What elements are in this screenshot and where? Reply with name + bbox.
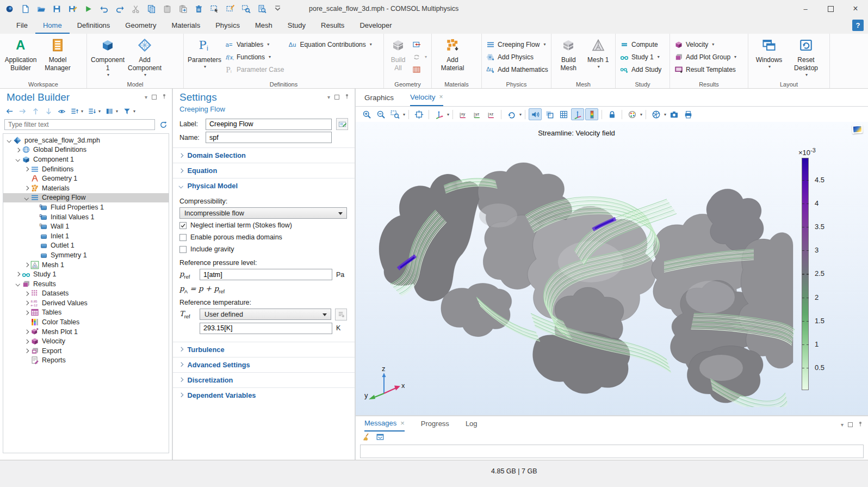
tree-item-tables[interactable]: Tables [3,308,169,318]
tree-item-datasets[interactable]: Datasets [3,289,169,299]
add-study-button[interactable]: Add Study [618,64,663,75]
build-mesh-button[interactable]: Build Mesh [554,36,583,79]
expander-icon[interactable] [14,273,22,276]
temperature-input[interactable] [200,323,332,334]
lock-button[interactable] [605,108,618,120]
paste-icon[interactable] [162,4,172,14]
tree-item-geometry-1[interactable]: Geometry 1 [3,174,169,183]
find-icon[interactable] [257,4,266,14]
view-axis-button[interactable] [432,108,445,120]
label-input[interactable] [206,119,332,130]
clear-messages-icon[interactable] [362,433,371,443]
menu-study[interactable]: Study [280,17,313,34]
open-file-icon[interactable] [36,4,46,14]
temperature-list-button[interactable] [335,309,347,320]
run-icon[interactable] [83,4,93,14]
refresh-icon[interactable] [159,121,168,129]
move-down-icon[interactable] [45,107,53,115]
checkbox-include-gravity[interactable]: Include gravity [179,244,347,255]
color-legend-button[interactable] [585,108,598,120]
expander-icon[interactable] [14,282,22,286]
expander-icon[interactable] [23,263,30,267]
float-panel-icon[interactable] [334,95,339,100]
expander-icon[interactable] [23,349,30,353]
section-discretization[interactable]: Discretization [173,372,355,387]
add-physics-button[interactable]: Add Physics [485,51,550,63]
grid-button[interactable] [557,108,570,120]
add-plot-group-button[interactable]: Add Plot Group▾ [673,51,738,63]
section-physical-model[interactable]: Physical Model [173,178,355,193]
compute-button[interactable]: Compute [618,39,663,50]
filter-input[interactable] [4,119,155,130]
menu-file[interactable]: File [9,17,35,34]
section-domain-selection[interactable]: Domain Selection [173,147,355,163]
tree-item-inlet-1[interactable]: Inlet 1 [3,231,169,241]
view-xy-button[interactable]: xy [456,108,469,120]
tree-item-velocity[interactable]: Velocity [3,336,169,346]
expand-all-icon[interactable] [71,107,79,115]
sound-button[interactable] [529,108,542,120]
tree-item-results[interactable]: Results [3,279,169,289]
tree-item-creeping-flow[interactable]: Creeping Flow [3,193,169,203]
select-box-icon[interactable] [209,4,219,14]
expander-icon[interactable] [23,292,30,295]
chevron-down-icon[interactable]: ▾ [327,94,330,100]
expander-icon[interactable] [23,168,30,171]
view-xz-button[interactable]: xz [485,108,498,120]
tree-item-symmetry-1[interactable]: Symmetry 1 [3,250,169,260]
close-button[interactable]: × [843,0,868,17]
tree-item-mesh-1[interactable]: Mesh 1 [3,260,169,270]
delete-icon[interactable] [194,4,203,14]
model-manager-button[interactable]: Model Manager [40,36,76,79]
expander-icon[interactable] [23,196,30,200]
name-input[interactable] [206,132,332,143]
tree-item-reports[interactable]: Reports [3,356,169,366]
tree-item-export[interactable]: Export [3,346,169,356]
tree-item-outlet-1[interactable]: Outlet 1 [3,241,169,251]
component-1-button[interactable]: Component 1▾ [90,36,126,79]
expander-icon[interactable] [23,330,30,334]
windows-button[interactable]: Windows▾ [751,36,787,79]
snapshot-button[interactable] [667,108,680,120]
menu-physics[interactable]: Physics [208,17,247,34]
move-up-icon[interactable] [32,107,40,115]
zoom-select-icon[interactable] [241,4,251,14]
redo-icon[interactable] [115,4,125,14]
update-plot-button[interactable] [649,108,662,120]
chevron-down-icon[interactable]: ▾ [841,422,844,428]
zoom-out-button[interactable] [374,108,387,120]
tree-item-color-tables[interactable]: Color Tables [3,317,169,327]
reset-desktop-button[interactable]: Reset Desktop▾ [788,36,824,79]
section-advanced-settings[interactable]: Advanced Settings [173,357,355,372]
minimize-button[interactable]: – [793,0,818,17]
expander-icon[interactable] [14,158,22,161]
tab-velocity[interactable]: Velocity× [410,89,443,106]
collapse-all-icon[interactable] [88,107,96,115]
tree-item-definitions[interactable]: Definitions [3,164,169,174]
float-panel-icon[interactable] [152,95,157,100]
zoom-extents-button[interactable] [412,108,425,120]
tree-item-derived-values[interactable]: 8.85e-12Derived Values [3,298,169,308]
help-button[interactable]: ? [852,20,864,31]
pref-input[interactable] [200,269,332,280]
section-turbulence[interactable]: Turbulence [173,342,355,357]
ref-temperature-select[interactable]: User defined [200,309,331,320]
zoom-box-button[interactable] [388,108,401,120]
rotate-button[interactable] [505,108,518,120]
equation-contributions-button[interactable]: ΔuEquation Contributions▾ [287,39,373,50]
variables-button[interactable]: a=Variables▾ [224,39,286,50]
menu-home[interactable]: Home [35,17,70,34]
tree-item-component-1[interactable]: Component 1 [3,155,169,164]
import-button[interactable] [411,39,429,50]
maximize-button[interactable] [818,0,843,17]
plot-thumbnail-icon[interactable] [852,125,863,133]
cut-icon[interactable] [131,4,140,14]
transparency-button[interactable] [543,108,556,120]
expander-icon[interactable] [23,187,30,190]
print-button[interactable] [681,108,695,120]
add-mathematics-button[interactable]: ΔuAdd Mathematics [485,64,550,75]
show-hide-icon[interactable] [58,107,66,115]
expander-icon[interactable] [23,301,30,305]
functions-button[interactable]: f(x)Functions▾ [224,51,286,63]
menu-developer[interactable]: Developer [352,17,399,34]
